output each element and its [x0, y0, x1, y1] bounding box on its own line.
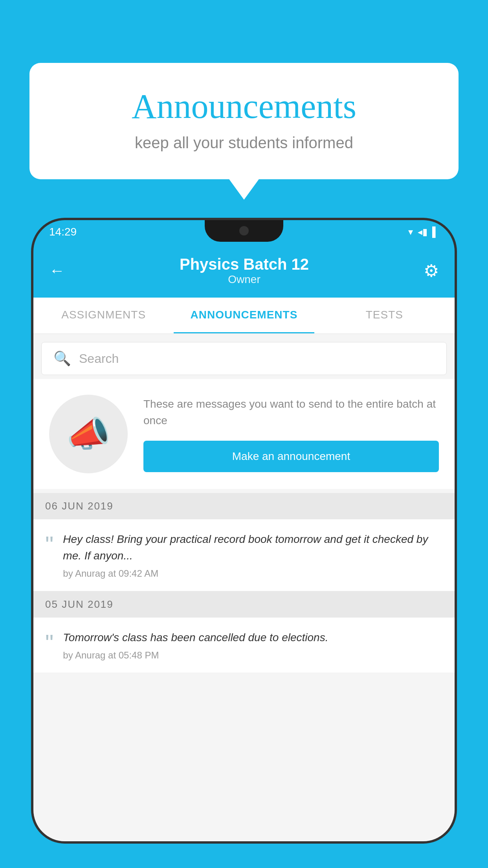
search-icon: 🔍	[53, 350, 71, 367]
date-label-2: 05 JUN 2019	[45, 598, 114, 611]
announcement-by-1: by Anurag at 09:42 AM	[63, 568, 443, 579]
speech-bubble-section: Announcements keep all your students inf…	[29, 63, 459, 179]
date-separator-1: 06 JUN 2019	[33, 493, 455, 519]
status-icons: ▾ ◂▮ ▌	[408, 226, 439, 237]
tab-assignments[interactable]: ASSIGNMENTS	[33, 298, 174, 333]
header-title: Physics Batch 12	[180, 256, 309, 273]
tab-announcements[interactable]: ANNOUNCEMENTS	[174, 298, 314, 333]
settings-icon[interactable]: ⚙	[424, 261, 439, 281]
bubble-title: Announcements	[61, 86, 427, 126]
speech-bubble: Announcements keep all your students inf…	[29, 63, 459, 179]
search-placeholder: Search	[79, 351, 119, 366]
phone-container: 14:29 ▾ ◂▮ ▌ ← Physics Batch 12 Owner ⚙ …	[33, 220, 455, 868]
app-header: ← Physics Batch 12 Owner ⚙	[33, 244, 455, 298]
announcement-message-2: Tomorrow's class has been cancelled due …	[63, 629, 443, 646]
announcement-by-2: by Anurag at 05:48 PM	[63, 650, 443, 661]
tabs-container: ASSIGNMENTS ANNOUNCEMENTS TESTS	[33, 298, 455, 334]
app-content: 🔍 Search 📣 These are messages you want t…	[33, 334, 455, 841]
announcement-text-2: Tomorrow's class has been cancelled due …	[63, 629, 443, 661]
quote-icon-2: "	[45, 631, 53, 655]
announcement-message-1: Hey class! Bring your practical record b…	[63, 531, 443, 564]
search-bar[interactable]: 🔍 Search	[41, 342, 447, 375]
announcement-item-2[interactable]: " Tomorrow's class has been cancelled du…	[33, 618, 455, 673]
megaphone-icon: 📣	[66, 414, 110, 455]
quote-icon-1: "	[45, 533, 53, 557]
signal-icon: ◂▮	[418, 226, 427, 237]
megaphone-circle: 📣	[49, 395, 128, 473]
status-time: 14:29	[49, 226, 77, 238]
date-label-1: 06 JUN 2019	[45, 500, 114, 512]
announcement-text-1: Hey class! Bring your practical record b…	[63, 531, 443, 579]
phone-frame: 14:29 ▾ ◂▮ ▌ ← Physics Batch 12 Owner ⚙ …	[33, 220, 455, 841]
battery-icon: ▌	[432, 226, 439, 237]
header-center: Physics Batch 12 Owner	[180, 256, 309, 286]
prompt-right: These are messages you want to send to t…	[143, 396, 439, 472]
date-separator-2: 05 JUN 2019	[33, 591, 455, 618]
back-button[interactable]: ←	[49, 262, 65, 280]
announcement-item-1[interactable]: " Hey class! Bring your practical record…	[33, 519, 455, 591]
bubble-subtitle: keep all your students informed	[61, 134, 427, 152]
announcement-prompt: 📣 These are messages you want to send to…	[33, 379, 455, 489]
camera-notch	[239, 226, 249, 235]
tab-tests[interactable]: TESTS	[314, 298, 455, 333]
phone-notch	[205, 220, 283, 242]
header-subtitle: Owner	[180, 273, 309, 286]
wifi-icon: ▾	[408, 226, 413, 237]
make-announcement-button[interactable]: Make an announcement	[143, 441, 439, 472]
prompt-description: These are messages you want to send to t…	[143, 396, 439, 429]
